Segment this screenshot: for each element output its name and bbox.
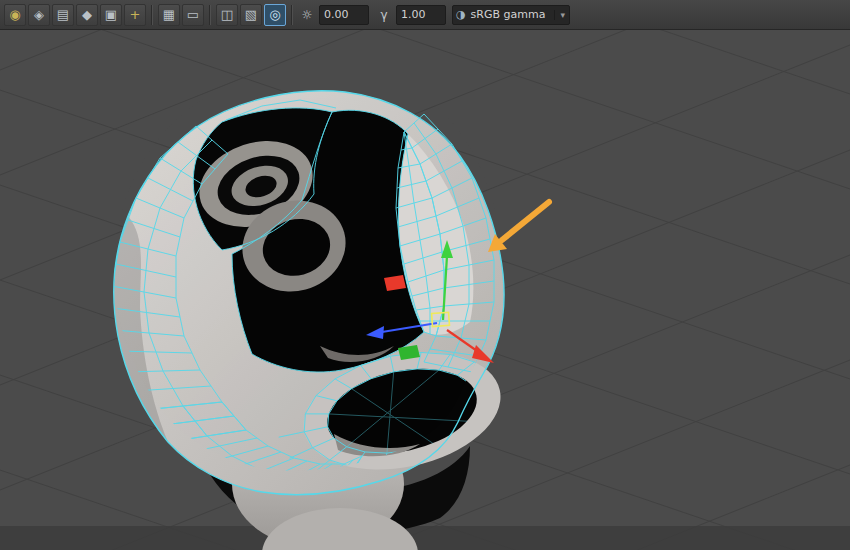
view-transform-dropdown[interactable]: ◑ sRGB gamma ▾ — [452, 5, 570, 25]
image-plane-icon[interactable]: ▣ — [100, 4, 122, 26]
chevron-down-icon: ▾ — [554, 10, 565, 20]
lock-camera-icon[interactable]: ◈ — [28, 4, 50, 26]
toolbar-separator — [151, 5, 153, 25]
toolbar-separator — [291, 5, 293, 25]
grid-icon[interactable]: ▦ — [158, 4, 180, 26]
resolution-gate-icon[interactable]: ◫ — [216, 4, 238, 26]
wireframe-on-shaded-icon[interactable]: ◎ — [264, 4, 286, 26]
exposure-field[interactable] — [319, 5, 369, 25]
viewport-3d[interactable] — [0, 30, 850, 550]
viewport-toolbar: ◉ ◈ ▤ ◆ ▣ + ▦ ▭ ◫ ▧ ◎ ☼ γ ◑ sRGB gamma ▾ — [0, 0, 850, 30]
select-camera-icon[interactable]: ◉ — [4, 4, 26, 26]
color-management-icon: ◑ — [456, 8, 466, 21]
view-transform-value: sRGB gamma — [471, 8, 546, 21]
annotation-arrow — [488, 202, 549, 252]
scene-canvas[interactable] — [0, 30, 850, 550]
two-d-pan-zoom-icon[interactable]: + — [124, 4, 146, 26]
gamma-icon[interactable]: γ — [375, 6, 393, 24]
camera-attributes-icon[interactable]: ▤ — [52, 4, 74, 26]
exposure-icon[interactable]: ☼ — [298, 6, 316, 24]
film-gate-icon[interactable]: ▭ — [182, 4, 204, 26]
gate-mask-icon[interactable]: ▧ — [240, 4, 262, 26]
bookmarks-icon[interactable]: ◆ — [76, 4, 98, 26]
gamma-field[interactable] — [396, 5, 446, 25]
maya-viewport-window: ◉ ◈ ▤ ◆ ▣ + ▦ ▭ ◫ ▧ ◎ ☼ γ ◑ sRGB gamma ▾ — [0, 0, 850, 550]
toolbar-separator — [209, 5, 211, 25]
